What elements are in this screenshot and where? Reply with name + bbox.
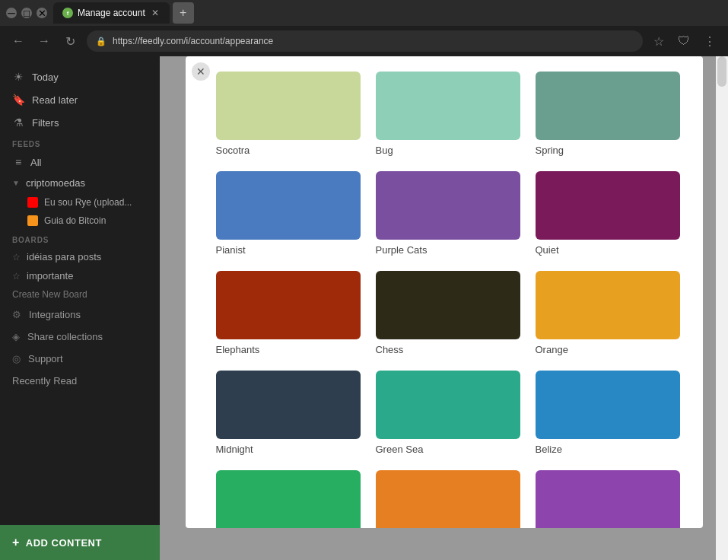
color-swatch-11 — [536, 371, 680, 439]
color-swatch-4 — [376, 171, 520, 240]
filters-label: Filters — [32, 117, 59, 129]
color-card-midnight[interactable]: Midnight — [216, 371, 361, 455]
board-item-0[interactable]: ☆ idéias para posts — [0, 247, 160, 266]
filters-icon: ⚗ — [12, 116, 24, 129]
feed-favicon-0 — [27, 197, 38, 208]
color-card-socotra[interactable]: Socotra — [216, 72, 361, 156]
color-swatch-14 — [536, 470, 680, 528]
feed-label-1: Guia do Bitcoin — [44, 215, 106, 226]
read-later-label: Read later — [32, 94, 78, 106]
color-swatch-6 — [216, 271, 361, 339]
color-card-bug[interactable]: Bug — [376, 72, 520, 156]
color-card-pumkin[interactable]: Pumkin — [376, 470, 520, 528]
color-card-pianist[interactable]: Pianist — [216, 171, 361, 256]
feed-item-0[interactable]: Eu sou Rye (upload... — [0, 193, 160, 212]
modal-close-button[interactable]: ✕ — [192, 62, 210, 81]
scrollbar-track — [716, 56, 728, 560]
color-swatch-0 — [216, 72, 361, 140]
board-item-1[interactable]: ☆ importante — [0, 266, 160, 285]
create-new-board-button[interactable]: Create New Board — [0, 285, 160, 304]
color-label-11: Belize — [536, 444, 680, 455]
new-tab-button[interactable]: + — [173, 2, 194, 24]
today-icon: ☀ — [12, 71, 24, 83]
close-button[interactable]: ✕ — [37, 8, 47, 18]
tab-close-button[interactable]: ✕ — [150, 8, 161, 18]
support-item[interactable]: ◎ Support — [0, 348, 160, 370]
color-label-9: Midnight — [216, 444, 361, 455]
back-button[interactable]: ← — [9, 32, 27, 50]
color-swatch-2 — [536, 72, 680, 140]
color-label-4: Purple Cats — [376, 244, 520, 256]
color-label-10: Green Sea — [376, 444, 520, 455]
sidebar-item-today[interactable]: ☀ Today — [0, 65, 160, 88]
color-card-orange[interactable]: Orange — [536, 271, 680, 355]
extension-button[interactable]: 🛡 — [675, 33, 693, 49]
feed-favicon-1 — [27, 215, 38, 226]
support-label: Support — [28, 353, 63, 364]
color-swatch-7 — [376, 271, 520, 339]
color-card-belize[interactable]: Belize — [536, 371, 680, 455]
minimize-button[interactable]: ─ — [6, 8, 17, 18]
modal-overlay: ✕ SocotraBugSpringPianistPurple CatsQuie… — [160, 56, 728, 560]
color-card-purple-cats[interactable]: Purple Cats — [376, 171, 520, 256]
feed-item-1[interactable]: Guia do Bitcoin — [0, 212, 160, 230]
sidebar-item-read-later[interactable]: 🔖 Read later — [0, 88, 160, 111]
color-label-3: Pianist — [216, 244, 361, 256]
forward-button[interactable]: → — [35, 32, 53, 50]
bookmark-button[interactable]: ☆ — [650, 33, 667, 50]
share-label: Share collections — [27, 331, 103, 342]
color-swatch-1 — [376, 72, 520, 140]
today-label: Today — [32, 72, 59, 83]
color-label-5: Quiet — [536, 244, 680, 256]
color-swatch-3 — [216, 171, 361, 240]
boards-section-label: BOARDS — [0, 230, 160, 247]
integrations-item[interactable]: ⚙ Integrations — [0, 304, 160, 326]
recently-read-item[interactable]: Recently Read — [0, 370, 160, 392]
all-feeds-icon: ≡ — [12, 156, 24, 168]
board-label-1: importante — [27, 270, 73, 282]
support-icon: ◎ — [12, 353, 21, 364]
color-card-nephritis[interactable]: Nephritis — [216, 470, 361, 528]
integrations-label: Integrations — [29, 309, 81, 320]
color-card-green-sea[interactable]: Green Sea — [376, 371, 520, 455]
maximize-button[interactable]: □ — [21, 8, 32, 18]
color-swatch-10 — [376, 371, 520, 439]
scrollbar-thumb[interactable] — [717, 56, 726, 87]
color-picker-modal: ✕ SocotraBugSpringPianistPurple CatsQuie… — [186, 56, 703, 528]
color-card-spring[interactable]: Spring — [536, 72, 680, 156]
board-label-0: idéias para posts — [27, 251, 101, 262]
integrations-icon: ⚙ — [12, 309, 21, 320]
reload-button[interactable]: ↻ — [61, 32, 79, 50]
sidebar-item-filters[interactable]: ⚗ Filters — [0, 111, 160, 134]
color-swatch-13 — [376, 470, 520, 528]
browser-titlebar: ─ □ ✕ f Manage account ✕ + — [0, 0, 728, 26]
share-collections-item[interactable]: ◈ Share collections — [0, 326, 160, 348]
color-swatch-12 — [216, 470, 361, 528]
color-card-chess[interactable]: Chess — [376, 271, 520, 355]
active-tab[interactable]: f Manage account ✕ — [53, 2, 170, 24]
tab-title: Manage account — [78, 8, 145, 18]
all-feeds-label: All — [30, 157, 41, 168]
group-arrow-icon: ▼ — [12, 179, 20, 187]
url-bar[interactable]: 🔒 https://feedly.com/i/account/appearanc… — [87, 30, 643, 52]
color-card-quiet[interactable]: Quiet — [536, 171, 680, 256]
browser-menu-button[interactable]: ⋮ — [701, 33, 719, 50]
all-feeds-item[interactable]: ≡ All — [0, 151, 160, 173]
sidebar: ☀ Today 🔖 Read later ⚗ Filters FEEDS ≡ A… — [0, 56, 160, 560]
color-card-wisteria[interactable]: Wisteria — [536, 470, 680, 528]
modal-body: SocotraBugSpringPianistPurple CatsQuietE… — [186, 56, 703, 528]
color-label-2: Spring — [536, 145, 680, 156]
add-content-button[interactable]: + ADD CONTENT — [0, 525, 160, 560]
main-area: ☀ Today 🔖 Read later ⚗ Filters FEEDS ≡ A… — [0, 56, 728, 560]
color-swatch-8 — [536, 271, 680, 339]
lock-icon: 🔒 — [96, 37, 106, 46]
board-star-icon-0: ☆ — [12, 252, 21, 262]
add-content-label: ADD CONTENT — [26, 537, 102, 549]
feed-group-criptomoedas[interactable]: ▼ criptomoedas — [0, 173, 160, 193]
board-star-icon-1: ☆ — [12, 271, 21, 282]
color-label-0: Socotra — [216, 145, 361, 156]
color-card-elephants[interactable]: Elephants — [216, 271, 361, 355]
content-area: ✕ SocotraBugSpringPianistPurple CatsQuie… — [160, 56, 728, 560]
color-label-6: Elephants — [216, 344, 361, 355]
sidebar-nav: ☀ Today 🔖 Read later ⚗ Filters FEEDS ≡ A… — [0, 56, 160, 525]
